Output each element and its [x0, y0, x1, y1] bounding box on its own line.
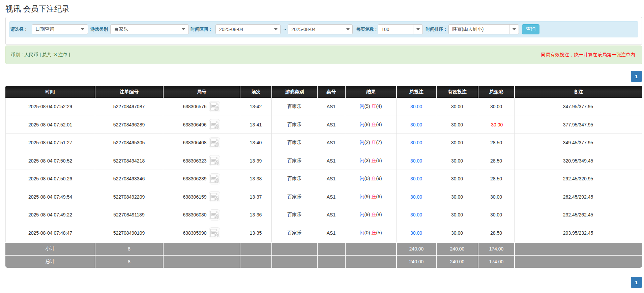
game-type-select[interactable]: 百家乐 [110, 24, 189, 34]
total-bet-link[interactable]: 30.00 [410, 140, 422, 145]
cell-round-id: 638305990 [163, 224, 240, 242]
page-1-button[interactable]: 1 [631, 277, 642, 288]
cell-time: 2025-08-04 07:50:26 [5, 170, 95, 188]
total-row: 总计 8 240.00 240.00 174.00 [5, 255, 642, 268]
chevron-down-icon [182, 28, 185, 30]
video-replay-button[interactable] [209, 191, 220, 202]
round-id-text: 638306323 [183, 158, 206, 164]
cell-payout: 28.50 [478, 170, 514, 188]
page-1-button[interactable]: 1 [631, 71, 642, 82]
result-player-value: (3) [364, 158, 370, 163]
cell-valid-bet: 30.00 [436, 134, 478, 152]
table-row: 2025-08-04 07:52:29522708497087638306576… [5, 98, 642, 116]
cell-round-id: 638306159 [163, 188, 240, 206]
cell-total-bet: 30.00 [396, 98, 436, 116]
column-header: 注单编号 [95, 86, 163, 98]
date-to-caret-box[interactable] [343, 25, 352, 34]
total-bet-link[interactable]: 30.00 [410, 230, 422, 236]
video-file-icon [209, 101, 220, 112]
result-player-label: 闲 [359, 212, 364, 217]
total-bet-link[interactable]: 30.00 [410, 122, 422, 127]
game-type-select-caret-box[interactable] [178, 25, 188, 34]
date-to-input[interactable]: 2025-08-04 [288, 24, 353, 34]
cell-bet-id: 522708491189 [95, 206, 163, 224]
total-bet-link[interactable]: 30.00 [410, 194, 422, 200]
cell-payout: 28.50 [478, 152, 514, 170]
video-replay-button[interactable] [209, 209, 220, 221]
time-range-label: 时间区间： [191, 26, 212, 32]
video-replay-button[interactable] [209, 173, 220, 184]
cell-valid-bet: 30.00 [436, 224, 478, 242]
date-range-tilde: ~ [284, 27, 286, 32]
result-banker-label: 庄 [371, 230, 376, 235]
result-player-value: (5) [364, 104, 370, 109]
round-id-text: 638306576 [183, 104, 206, 109]
cell-bet-id: 522708494218 [95, 152, 163, 170]
cell-total-bet: 30.00 [396, 224, 436, 242]
cell-round-id: 638306080 [163, 206, 240, 224]
total-bet-link[interactable]: 30.00 [410, 176, 422, 181]
cell-payout: 30.00 [478, 98, 514, 116]
video-file-icon [209, 173, 220, 184]
cell-time: 2025-08-04 07:51:27 [5, 134, 95, 152]
cell-total-bet: 30.00 [396, 152, 436, 170]
cell-result: 闲(2) 庄(7) [345, 134, 396, 152]
result-player-label: 闲 [359, 194, 364, 199]
table-row: 2025-08-04 07:49:22522708491189638306080… [5, 206, 642, 224]
result-banker-label: 庄 [371, 176, 376, 181]
result-banker-label: 庄 [371, 104, 376, 109]
cell-remark: 203.95/232.45 [514, 224, 642, 242]
search-button[interactable]: 查询 [522, 24, 539, 34]
cell-session: 13-40 [240, 134, 271, 152]
date-from-input[interactable]: 2025-08-04 [215, 24, 281, 34]
cell-remark: 349.45/377.95 [514, 134, 642, 152]
cell-total-bet: 30.00 [396, 116, 436, 134]
video-replay-button[interactable] [209, 119, 220, 130]
cell-result: 闲(9) 庄(6) [345, 188, 396, 206]
total-bet-link[interactable]: 30.00 [410, 104, 422, 109]
column-header: 总投注 [396, 86, 436, 98]
result-banker-value: (5) [376, 230, 382, 235]
page-size-select-caret-box[interactable] [413, 25, 422, 34]
cell-valid-bet: 30.00 [436, 188, 478, 206]
result-banker-value: (9) [376, 176, 382, 181]
video-replay-button[interactable] [209, 101, 220, 112]
date-to-value: 2025-08-04 [288, 25, 343, 34]
round-id-text: 638305990 [183, 230, 206, 236]
subtotal-empty-cell [317, 242, 345, 255]
cell-session: 13-42 [240, 98, 271, 116]
cell-round-id: 638306576 [163, 98, 240, 116]
cell-remark: 320.95/349.45 [514, 152, 642, 170]
result-banker-value: (4) [376, 104, 382, 109]
subtotal-payout: 174.00 [478, 242, 514, 255]
bet-records-table: 时间注单编号局号场次游戏类别桌号结果总投注有效投注总派彩备注 2025-08-0… [5, 86, 642, 268]
round-id-text: 638306496 [183, 122, 206, 127]
total-bet-link[interactable]: 30.00 [410, 212, 422, 217]
result-banker-value: (6) [376, 194, 382, 199]
round-cell: 638306576 [183, 101, 220, 112]
video-replay-button[interactable] [209, 227, 220, 238]
sort-order-label: 时间排序： [426, 26, 447, 32]
query-type-select[interactable]: 日期查询 [32, 24, 88, 34]
round-cell: 638305990 [183, 227, 220, 238]
cell-bet-id: 522708490109 [95, 224, 163, 242]
total-bet-link[interactable]: 30.00 [410, 158, 422, 164]
cell-payout: 30.00 [478, 206, 514, 224]
date-from-caret-box[interactable] [271, 25, 280, 34]
sort-order-select[interactable]: 降幂(由大到小) [448, 24, 519, 34]
result-player-label: 闲 [359, 158, 364, 163]
total-empty-cell [163, 255, 240, 268]
cell-session: 13-36 [240, 206, 271, 224]
page-size-select[interactable]: 100 [378, 24, 423, 34]
video-replay-button[interactable] [209, 155, 220, 166]
query-type-select-value: 日期查询 [32, 25, 77, 34]
result-banker-value: (8) [376, 212, 382, 217]
query-type-select-caret-box[interactable] [77, 25, 88, 34]
round-cell: 638306080 [183, 209, 220, 221]
result-player-label: 闲 [359, 140, 364, 145]
video-replay-button[interactable] [209, 137, 220, 148]
column-header: 结果 [345, 86, 396, 98]
cell-bet-id: 522708497087 [95, 98, 163, 116]
sort-order-select-caret-box[interactable] [509, 25, 519, 34]
result-banker-value: (7) [376, 140, 382, 145]
